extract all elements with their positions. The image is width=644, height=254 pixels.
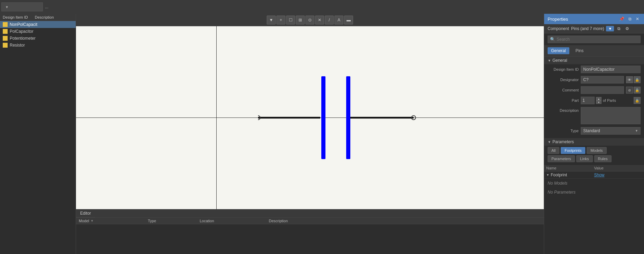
line-btn[interactable]: / xyxy=(325,16,334,25)
of-parts-label: of Parts xyxy=(603,98,616,102)
editor-tab[interactable]: Editor xyxy=(76,209,95,217)
popout-btn[interactable]: ⧉ xyxy=(616,26,622,32)
params-section: All Footprints Models Parameters Links R… xyxy=(544,146,644,165)
grid-btn[interactable]: ⊞ xyxy=(296,16,305,25)
design-item-id-row: Design Item ID NonPolCapacitor xyxy=(544,64,644,75)
pin-icon[interactable]: 📌 xyxy=(618,16,626,22)
tab-general[interactable]: General xyxy=(548,47,569,54)
type-dropdown-icon: ▼ xyxy=(635,129,638,133)
params-arrow-icon: ▼ xyxy=(548,140,551,144)
add-btn[interactable]: + xyxy=(276,16,285,25)
eye-off-icon[interactable]: ⊘ xyxy=(626,87,633,94)
part-input-row: ▲ ▼ of Parts 🔒 xyxy=(581,97,641,104)
footprint-row: ▼ Footprint Show xyxy=(544,172,644,179)
text-btn[interactable]: A xyxy=(334,16,343,25)
list-item[interactable]: Resistor xyxy=(0,42,76,49)
bottom-panel: Editor Model ▼ Type Location Description xyxy=(76,209,544,254)
comment-value[interactable] xyxy=(581,86,624,94)
params-table-header: Name Value xyxy=(544,165,644,172)
list-item[interactable]: Potentiometer xyxy=(0,35,76,42)
params-btn-row1: All Footprints Models xyxy=(548,147,641,154)
popout-icon[interactable]: ⧉ xyxy=(627,16,633,22)
close-icon[interactable]: ✕ xyxy=(634,16,641,22)
design-item-id-label: Design Item ID xyxy=(548,67,579,71)
links-btn[interactable]: Links xyxy=(576,155,593,162)
lock-icon2[interactable]: 🔒 xyxy=(634,87,641,94)
snap-btn[interactable]: ⊙ xyxy=(305,16,314,25)
type-value: Standard xyxy=(583,128,600,133)
footprint-value-cell: Show xyxy=(594,173,642,177)
lock-icon3[interactable]: 🔒 xyxy=(634,97,641,104)
part-up-arrow[interactable]: ▲ xyxy=(596,97,602,100)
description-value[interactable] xyxy=(581,107,641,124)
clear-btn[interactable]: ✕ xyxy=(315,16,324,25)
main-area: Design Item ID Description NonPolCapacit… xyxy=(0,14,644,254)
select-btn[interactable]: ☐ xyxy=(286,16,295,25)
description-row: Description xyxy=(544,106,644,126)
crosshair-vertical xyxy=(216,26,217,209)
comment-icons: ⊘ 🔒 xyxy=(626,87,641,94)
schematic-canvas[interactable] xyxy=(76,26,544,209)
type-row: Type Standard ▼ xyxy=(544,126,644,136)
comment-label: Comment xyxy=(548,88,579,92)
dropdown-arrow-icon: ▼ xyxy=(5,5,9,9)
canvas-toolbar: ▼ + ☐ ⊞ ⊙ ✕ / A ▬ xyxy=(76,14,544,26)
header-controls: 📌 ⧉ ✕ xyxy=(618,16,641,22)
property-tabs: General Pins xyxy=(544,45,644,57)
pins-label: Pins (and 7 more) xyxy=(571,26,604,31)
params-btn-row2: Parameters Links Rules xyxy=(548,155,641,162)
toolbar-more-icon[interactable]: ... xyxy=(44,4,50,9)
component-list: NonPolCapacit PolCapacitor Potentiometer… xyxy=(0,21,76,254)
search-input[interactable] xyxy=(557,37,638,42)
part-down-arrow[interactable]: ▼ xyxy=(596,100,602,104)
settings-btn[interactable]: ⚙ xyxy=(624,26,631,32)
description-label: Description xyxy=(548,108,579,113)
center-area: ▼ + ☐ ⊞ ⊙ ✕ / A ▬ xyxy=(76,14,544,254)
component-icon xyxy=(3,43,8,48)
no-models-text: No Models xyxy=(544,179,644,188)
footprint-dropdown-icon: ▼ xyxy=(546,173,549,177)
svg-rect-2 xyxy=(346,76,350,159)
component-dropdown[interactable]: ▼ xyxy=(1,2,43,11)
general-section-label: General xyxy=(552,58,567,63)
list-item[interactable]: NonPolCapacit xyxy=(0,21,76,28)
component-icon xyxy=(3,22,8,27)
rules-btn[interactable]: Rules xyxy=(594,155,612,162)
filter-btn[interactable]: ▼ xyxy=(267,16,276,25)
no-parameters-text: No Parameters xyxy=(544,188,644,197)
part-arrows: ▲ ▼ xyxy=(596,97,602,104)
sort-icon: ▼ xyxy=(91,219,94,223)
rect-btn[interactable]: ▬ xyxy=(344,16,353,25)
col-name-header: Name xyxy=(546,166,594,170)
show-link[interactable]: Show xyxy=(594,173,605,177)
properties-title: Properties xyxy=(548,17,568,22)
top-toolbar: ▼ ... xyxy=(0,0,644,14)
col-location: Location xyxy=(200,219,214,223)
col-value-header: Value xyxy=(594,166,642,170)
designator-value[interactable]: C? xyxy=(581,76,624,84)
part-input[interactable] xyxy=(581,97,595,104)
eye-icon[interactable]: 👁 xyxy=(626,76,633,83)
bottom-table-header: Model ▼ Type Location Description xyxy=(76,218,544,224)
col-type: Type xyxy=(148,219,156,223)
design-item-id-value[interactable]: NonPolCapacitor xyxy=(581,66,641,73)
lock-icon[interactable]: 🔒 xyxy=(634,76,641,83)
part-label: Part xyxy=(548,98,579,102)
parameters-btn[interactable]: Parameters xyxy=(548,155,575,162)
part-row: Part ▲ ▼ of Parts 🔒 xyxy=(544,95,644,106)
search-icon: 🔍 xyxy=(550,37,555,42)
filter-button[interactable]: ▼ xyxy=(606,26,614,31)
list-item[interactable]: PolCapacitor xyxy=(0,28,76,35)
tab-pins[interactable]: Pins xyxy=(572,47,587,54)
comment-row: Comment ⊘ 🔒 xyxy=(544,85,644,95)
list-item-label: PolCapacitor xyxy=(10,29,34,34)
footprint-name: Footprint xyxy=(551,173,567,177)
all-btn[interactable]: All xyxy=(548,147,559,154)
footprints-btn[interactable]: Footprints xyxy=(561,147,585,154)
designator-label: Designator xyxy=(548,78,579,82)
list-item-label: Resistor xyxy=(10,43,25,48)
parameters-section-header: ▼ Parameters xyxy=(544,138,644,146)
type-select[interactable]: Standard ▼ xyxy=(581,127,641,135)
models-btn[interactable]: Models xyxy=(587,147,606,154)
parameters-section-label: Parameters xyxy=(552,139,574,144)
